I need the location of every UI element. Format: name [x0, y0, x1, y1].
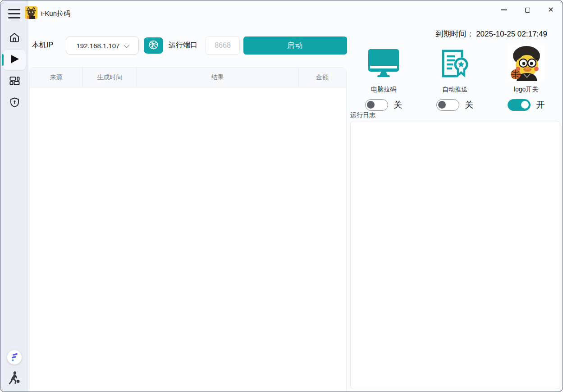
auto-push-state: 关	[465, 99, 474, 111]
expiry-time: 到期时间： 2025-10-25 02:17:49	[435, 29, 547, 39]
home-icon	[9, 32, 20, 45]
titlebar: i-Kun拉码 ✕	[0, 0, 563, 25]
sidebar	[0, 0, 28, 392]
sidebar-item-security[interactable]	[3, 93, 26, 113]
basketball-button[interactable]	[144, 37, 163, 54]
auto-push-toggle[interactable]	[436, 99, 459, 111]
feature-label: 自动推送	[442, 86, 467, 94]
monitor-icon	[366, 43, 401, 82]
table-header-result: 结果	[137, 68, 298, 87]
port-input[interactable]	[206, 36, 240, 55]
minimize-button[interactable]	[492, 0, 516, 19]
table-body-empty	[30, 87, 346, 392]
feature-toggles: 电脑拉码 关 自动推送 关	[350, 43, 560, 111]
certificate-icon	[440, 43, 470, 82]
basketball-icon	[148, 40, 159, 51]
sidebar-item-run[interactable]	[3, 50, 26, 70]
feature-label: logo开关	[514, 86, 538, 94]
feature-auto-push: 自动推送 关	[421, 43, 489, 111]
expiry-label: 到期时间：	[435, 30, 474, 38]
play-icon	[9, 53, 20, 67]
table-header-source: 来源	[30, 68, 83, 87]
logo-switch-toggle[interactable]	[508, 99, 531, 111]
app-window: i-Kun拉码 ✕ 本机IP 192.168.1.107 运行端	[0, 0, 563, 392]
ip-select-value: 192.168.1.107	[77, 42, 120, 50]
shield-icon	[9, 97, 20, 110]
logo-switch-state: 开	[536, 99, 545, 111]
close-button[interactable]: ✕	[539, 0, 563, 19]
pc-pull-state: 关	[394, 99, 403, 111]
run-port-label: 运行端口	[169, 41, 197, 50]
feature-label: 电脑拉码	[371, 86, 396, 94]
pc-pull-toggle[interactable]	[365, 99, 388, 111]
expiry-value: 2025-10-25 02:17:49	[476, 30, 547, 38]
brand-logo-icon[interactable]	[7, 350, 22, 365]
kun-avatar-image	[508, 44, 545, 81]
table-header-amount: 金额	[298, 68, 346, 87]
feature-logo-switch: logo开关 开	[492, 43, 560, 111]
active-indicator	[2, 54, 4, 66]
grid-icon	[9, 75, 20, 88]
window-title: i-Kun拉码	[41, 9, 70, 18]
run-log-output[interactable]	[350, 121, 560, 389]
table-header-row: 来源 生成时间 结果 金额	[30, 68, 346, 87]
feature-pc-pull: 电脑拉码 关	[350, 43, 417, 111]
sidebar-item-home[interactable]	[3, 28, 26, 48]
start-button[interactable]: 启动	[243, 36, 347, 55]
basketball-player-icon[interactable]	[8, 371, 21, 388]
run-log-label: 运行日志	[350, 111, 375, 119]
ip-select[interactable]: 192.168.1.107	[66, 36, 139, 55]
local-ip-label: 本机IP	[32, 41, 53, 50]
app-logo-icon	[25, 6, 37, 19]
sidebar-item-apps[interactable]	[3, 72, 26, 91]
maximize-button[interactable]	[516, 0, 539, 19]
chevron-down-icon	[124, 42, 130, 48]
results-table: 来源 生成时间 结果 金额	[29, 67, 347, 392]
table-header-time: 生成时间	[83, 68, 137, 87]
